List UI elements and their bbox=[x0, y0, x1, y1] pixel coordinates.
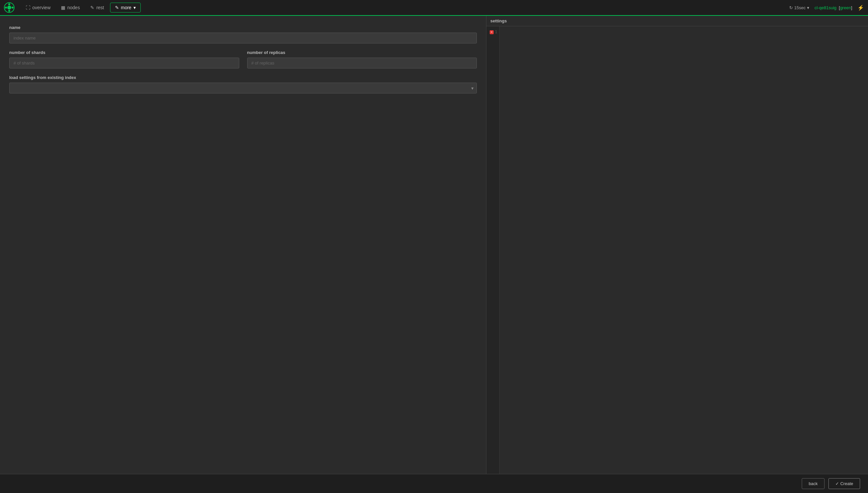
shards-field-group: number of shards bbox=[9, 50, 239, 68]
svg-point-4 bbox=[5, 6, 7, 8]
nav-nodes-label: nodes bbox=[67, 5, 80, 10]
load-settings-field-group: load settings from existing index ▾ bbox=[9, 75, 477, 93]
line-numbers: ✕ 1 bbox=[486, 26, 500, 474]
shards-replicas-row: number of shards number of replicas bbox=[9, 50, 477, 68]
refresh-icon: ↻ bbox=[789, 5, 793, 10]
create-label: ✓ Create bbox=[835, 481, 853, 486]
back-button[interactable]: back bbox=[802, 478, 825, 489]
rest-icon: ✎ bbox=[90, 5, 94, 10]
form-panel: name number of shards number of replicas… bbox=[0, 16, 486, 474]
navbar: ⛶ overview ▦ nodes ✎ rest ✎ more ▾ ↻ 15s… bbox=[0, 0, 868, 16]
navbar-right: ↻ 15sec ▾ cl-qe81suig [green] ⚡ bbox=[789, 5, 864, 11]
app-logo bbox=[4, 2, 15, 13]
shards-input[interactable] bbox=[9, 58, 239, 68]
settings-panel-header: settings bbox=[486, 16, 868, 26]
settings-panel: settings ✕ 1 bbox=[486, 16, 868, 474]
more-dropdown-icon: ▾ bbox=[134, 5, 136, 10]
refresh-button[interactable]: ↻ 15sec ▾ bbox=[789, 5, 809, 10]
svg-point-2 bbox=[8, 3, 10, 5]
replicas-input[interactable] bbox=[247, 58, 477, 68]
overview-icon: ⛶ bbox=[26, 5, 30, 10]
back-label: back bbox=[809, 481, 817, 486]
nodes-icon: ▦ bbox=[61, 5, 65, 10]
lightning-icon: ⚡ bbox=[857, 5, 864, 10]
nav-nodes[interactable]: ▦ nodes bbox=[56, 3, 84, 12]
nav-rest[interactable]: ✎ rest bbox=[86, 3, 108, 12]
refresh-dropdown-icon: ▾ bbox=[807, 5, 809, 10]
cluster-status: green bbox=[840, 5, 851, 10]
nav-overview[interactable]: ⛶ overview bbox=[21, 3, 55, 12]
name-field-group: name bbox=[9, 25, 477, 43]
shards-label: number of shards bbox=[9, 50, 239, 55]
svg-point-5 bbox=[12, 6, 14, 8]
main-content: name number of shards number of replicas… bbox=[0, 16, 868, 474]
nav-overview-label: overview bbox=[32, 5, 51, 10]
create-button[interactable]: ✓ Create bbox=[828, 478, 860, 489]
error-indicator: ✕ bbox=[490, 30, 493, 34]
bottom-bar: back ✓ Create bbox=[0, 474, 868, 493]
load-settings-dropdown-wrapper: ▾ bbox=[9, 83, 477, 93]
navbar-left: ⛶ overview ▦ nodes ✎ rest ✎ more ▾ bbox=[4, 2, 141, 13]
nav-more[interactable]: ✎ more ▾ bbox=[110, 3, 141, 13]
refresh-label: 15sec bbox=[794, 5, 806, 10]
svg-point-3 bbox=[8, 10, 10, 12]
replicas-field-group: number of replicas bbox=[247, 50, 477, 68]
replicas-label: number of replicas bbox=[247, 50, 477, 55]
settings-editor: ✕ 1 bbox=[486, 26, 868, 474]
cluster-info: cl-qe81suig [green] bbox=[814, 5, 852, 10]
line-number-1: ✕ 1 bbox=[490, 29, 497, 35]
name-label: name bbox=[9, 25, 477, 30]
more-icon: ✎ bbox=[115, 5, 119, 10]
load-settings-select[interactable] bbox=[9, 83, 477, 93]
settings-icon-button[interactable]: ⚡ bbox=[857, 5, 864, 11]
line-num-text: 1 bbox=[495, 29, 497, 35]
editor-content[interactable] bbox=[500, 26, 868, 474]
cluster-name-text: cl-qe81suig bbox=[814, 5, 837, 10]
svg-point-1 bbox=[7, 6, 11, 9]
index-name-input[interactable] bbox=[9, 33, 477, 43]
nav-rest-label: rest bbox=[96, 5, 104, 10]
load-settings-label: load settings from existing index bbox=[9, 75, 477, 80]
nav-more-label: more bbox=[121, 5, 132, 10]
